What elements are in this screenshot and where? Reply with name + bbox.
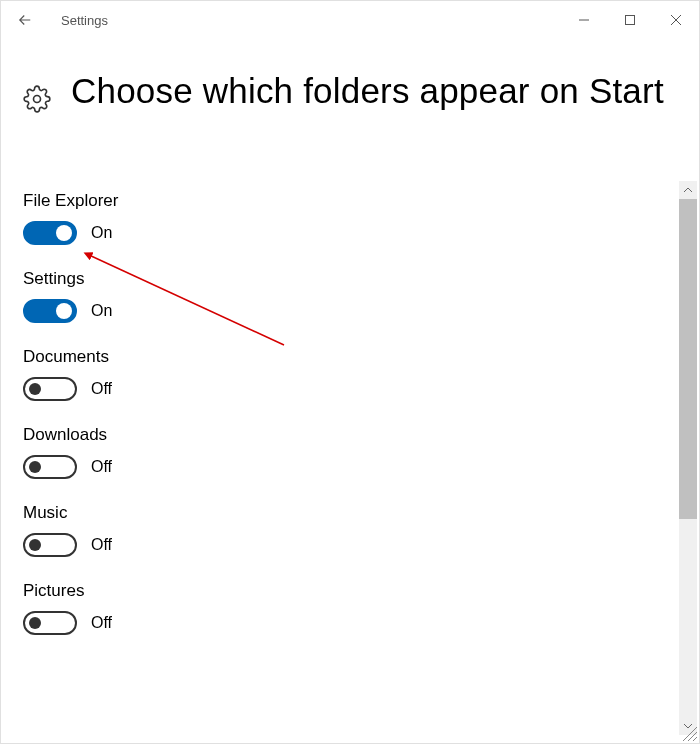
setting-item-music: Music Off [23,503,657,557]
toggle-state: Off [91,380,112,398]
toggle-row: Off [23,533,657,557]
toggle-row: Off [23,455,657,479]
toggle-pictures[interactable] [23,611,77,635]
toggle-state: Off [91,536,112,554]
back-arrow-icon [16,11,34,29]
setting-item-pictures: Pictures Off [23,581,657,635]
setting-label: Pictures [23,581,657,601]
scroll-up-button[interactable] [679,181,697,199]
setting-label: File Explorer [23,191,657,211]
setting-label: Settings [23,269,657,289]
toggle-state: Off [91,458,112,476]
scrollbar[interactable] [679,181,697,735]
window-title: Settings [61,13,108,28]
toggle-music[interactable] [23,533,77,557]
toggle-row: On [23,299,657,323]
scroll-thumb[interactable] [679,199,697,519]
toggle-settings[interactable] [23,299,77,323]
close-icon [670,14,682,26]
toggle-documents[interactable] [23,377,77,401]
toggle-state: On [91,224,112,242]
titlebar: Settings [1,1,699,39]
minimize-icon [578,14,590,26]
page-title: Choose which folders appear on Start [71,69,664,114]
toggle-file-explorer[interactable] [23,221,77,245]
toggle-row: Off [23,611,657,635]
maximize-button[interactable] [607,1,653,39]
setting-label: Music [23,503,657,523]
setting-item-downloads: Downloads Off [23,425,657,479]
toggle-row: Off [23,377,657,401]
chevron-up-icon [683,185,693,195]
maximize-icon [624,14,636,26]
svg-rect-1 [626,16,635,25]
gear-icon [23,85,51,117]
toggle-row: On [23,221,657,245]
back-button[interactable] [5,1,45,39]
setting-item-documents: Documents Off [23,347,657,401]
toggle-state: On [91,302,112,320]
minimize-button[interactable] [561,1,607,39]
window-controls [561,1,699,39]
resize-grip-icon[interactable] [679,723,699,743]
setting-item-file-explorer: File Explorer On [23,191,657,245]
settings-list: File Explorer On Settings On Documents O… [1,181,679,743]
close-button[interactable] [653,1,699,39]
setting-label: Downloads [23,425,657,445]
toggle-downloads[interactable] [23,455,77,479]
setting-label: Documents [23,347,657,367]
page-header: Choose which folders appear on Start [1,39,699,129]
toggle-state: Off [91,614,112,632]
svg-point-2 [34,96,41,103]
setting-item-settings: Settings On [23,269,657,323]
